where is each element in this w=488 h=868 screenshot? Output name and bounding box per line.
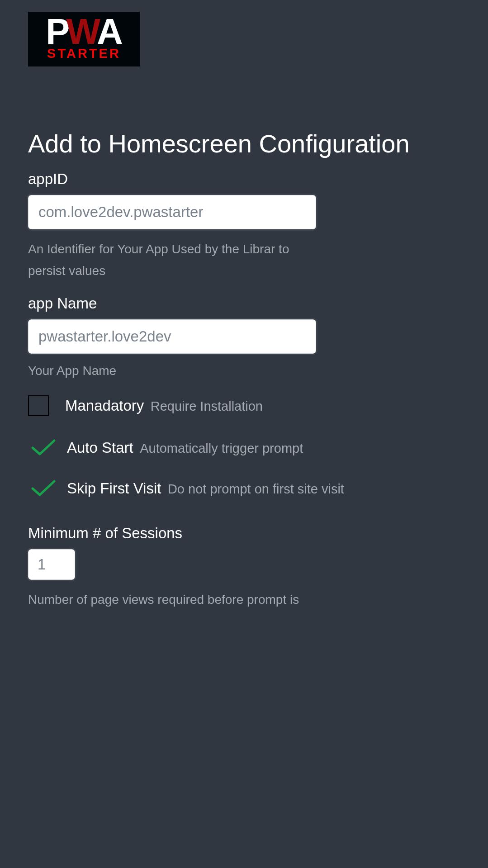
page-title: Add to Homescreen Configuration (28, 128, 460, 160)
app-id-help: An Identifier for Your App Used by the L… (28, 238, 317, 281)
auto-start-desc: Automatically trigger prompt (140, 441, 303, 455)
logo-subtitle: STARTER (47, 46, 121, 61)
skip-first-label: Skip First Visit (67, 480, 161, 497)
min-sessions-group: Minimum # of Sessions Number of page vie… (28, 525, 460, 611)
min-sessions-help: Number of page views required before pro… (28, 589, 317, 611)
logo-letter-w: W (66, 14, 100, 50)
skip-first-checkbox[interactable] (31, 479, 56, 498)
app-name-input[interactable] (28, 319, 316, 354)
skip-first-desc: Do not prompt on first site visit (168, 482, 344, 496)
logo-letter-p: P (46, 14, 69, 50)
pwa-starter-logo: P W A STARTER (28, 12, 140, 66)
app-id-group: appID An Identifier for Your App Used by… (28, 171, 460, 281)
mandatory-desc: Require Installation (151, 399, 263, 413)
app-id-input[interactable] (28, 195, 316, 229)
mandatory-label: Manadatory (65, 397, 144, 414)
app-name-group: app Name Your App Name (28, 295, 460, 382)
skip-first-row: Skip First Visit Do not prompt on first … (28, 479, 460, 498)
app-name-label: app Name (28, 295, 460, 312)
logo-letter-a: A (97, 14, 122, 50)
check-icon (31, 479, 56, 498)
app-id-label: appID (28, 171, 460, 188)
auto-start-label: Auto Start (67, 439, 133, 456)
mandatory-row: Manadatory Require Installation (28, 395, 460, 416)
app-name-help: Your App Name (28, 360, 317, 382)
min-sessions-label: Minimum # of Sessions (28, 525, 460, 542)
mandatory-checkbox[interactable] (28, 395, 49, 416)
auto-start-row: Auto Start Automatically trigger prompt (28, 439, 460, 457)
min-sessions-input[interactable] (28, 549, 75, 580)
check-icon (31, 439, 56, 457)
auto-start-checkbox[interactable] (31, 439, 56, 457)
